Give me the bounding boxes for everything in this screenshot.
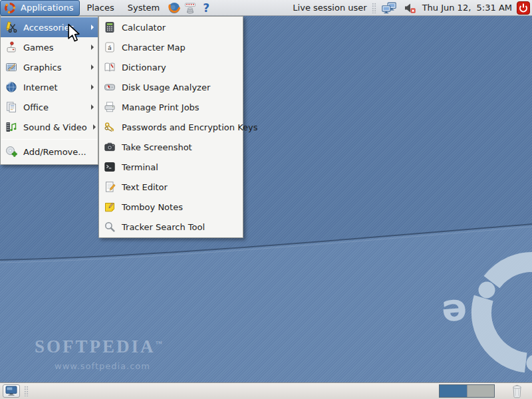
- submenu-item-dictionary[interactable]: Dictionary: [99, 57, 243, 77]
- menu-item-label: Tomboy Notes: [122, 202, 239, 212]
- submenu-item-text-editor[interactable]: Text Editor: [99, 177, 243, 197]
- menu-item-label: Office: [23, 102, 85, 112]
- submenu-item-tomboy-notes[interactable]: Tomboy Notes: [99, 197, 243, 217]
- submenu-arrow-icon: [91, 104, 94, 110]
- submenu-arrow-icon: [93, 124, 96, 130]
- power-button[interactable]: [517, 1, 530, 15]
- trademark-symbol: ™: [156, 340, 164, 347]
- menu-item-games[interactable]: Games: [1, 37, 98, 57]
- softpedia-url-text: www.softpedia.com: [55, 361, 164, 371]
- softpedia-watermark: SOFTPEDIA™ www.softpedia.com: [35, 336, 164, 371]
- menu-item-office[interactable]: Office: [1, 97, 98, 117]
- svg-text:á: á: [108, 44, 112, 51]
- network-monitor-applet[interactable]: [381, 0, 397, 16]
- volume-applet[interactable]: [402, 0, 418, 16]
- printer-icon: [104, 101, 116, 113]
- graphics-icon: [5, 61, 17, 73]
- spring-toy-icon: [184, 1, 197, 15]
- dictionary-icon: [104, 61, 116, 73]
- menu-item-label: Graphics: [23, 63, 85, 72]
- workspace-switcher[interactable]: [439, 384, 495, 398]
- submenu-item-character-map[interactable]: á Character Map: [99, 37, 243, 57]
- help-launcher-button[interactable]: ?: [198, 0, 214, 16]
- bottom-panel: [0, 382, 532, 399]
- workspace-2[interactable]: [467, 385, 495, 397]
- network-icon: [381, 1, 397, 15]
- softpedia-brand-text: SOFTPEDIA: [35, 336, 156, 356]
- submenu-arrow-icon: [91, 25, 94, 30]
- show-desktop-button[interactable]: [3, 384, 20, 398]
- tomboy-note-icon: [104, 201, 116, 213]
- menu-item-label: Tracker Search Tool: [122, 222, 239, 232]
- menu-item-label: Take Screenshot: [122, 142, 239, 152]
- system-menu-button[interactable]: System: [121, 0, 166, 16]
- submenu-item-terminal[interactable]: Terminal: [99, 157, 243, 177]
- trash-applet[interactable]: [511, 384, 523, 399]
- menu-item-label: Sound & Video: [23, 122, 87, 132]
- accessories-icon: [5, 21, 17, 33]
- add-remove-icon: [5, 146, 17, 158]
- spring-toy-launcher-button[interactable]: [182, 0, 198, 16]
- menu-item-label: Terminal: [122, 162, 239, 172]
- applications-menu-button[interactable]: Applications: [0, 0, 80, 16]
- character-map-icon: á: [104, 41, 116, 53]
- sound-video-icon: [5, 121, 17, 133]
- menu-item-accessories[interactable]: Accessories: [1, 17, 98, 37]
- menu-item-add-remove[interactable]: Add/Remove...: [1, 142, 98, 162]
- firefox-icon: [168, 1, 181, 15]
- submenu-item-passwords-encryption-keys[interactable]: Passwords and Encryption Keys: [99, 117, 243, 137]
- places-menu-label: Places: [86, 3, 114, 13]
- applications-menu: Accessories Games: [0, 16, 98, 165]
- accessories-submenu: Calculator á Character Map Dictionary: [98, 16, 243, 238]
- submenu-item-manage-print-jobs[interactable]: Manage Print Jobs: [99, 97, 243, 117]
- ubuntu-wordmark-letter: ə: [440, 285, 468, 330]
- mouse-cursor: [67, 23, 80, 43]
- submenu-item-tracker-search-tool[interactable]: Tracker Search Tool: [99, 217, 243, 237]
- menu-item-label: Passwords and Encryption Keys: [122, 122, 257, 132]
- volume-muted-icon: [403, 1, 416, 15]
- menu-item-label: Dictionary: [122, 63, 239, 72]
- keys-icon: [104, 121, 116, 133]
- menu-separator: [1, 139, 97, 140]
- panel-right-cluster: Live session user: [293, 0, 532, 16]
- submenu-arrow-icon: [91, 65, 94, 70]
- submenu-item-calculator[interactable]: Calculator: [99, 17, 243, 37]
- submenu-arrow-icon: [91, 84, 94, 90]
- internet-icon: [5, 81, 17, 93]
- firefox-launcher-button[interactable]: [166, 0, 182, 16]
- menu-item-label: Text Editor: [122, 182, 239, 192]
- ubuntu-logo-icon: [3, 0, 17, 16]
- submenu-item-disk-usage-analyzer[interactable]: Disk Usage Analyzer: [99, 77, 243, 97]
- calculator-icon: [104, 21, 116, 33]
- applications-menu-label: Applications: [21, 3, 73, 13]
- session-user-label: Live session user: [293, 3, 366, 13]
- terminal-icon: [104, 161, 116, 173]
- camera-icon: [104, 141, 116, 153]
- menu-item-label: Add/Remove...: [23, 147, 94, 157]
- power-icon: [517, 1, 530, 15]
- menu-item-label: Manage Print Jobs: [122, 102, 239, 112]
- menu-item-label: Games: [23, 43, 85, 53]
- menu-item-internet[interactable]: Internet: [1, 77, 98, 97]
- submenu-item-take-screenshot[interactable]: Take Screenshot: [99, 137, 243, 157]
- help-icon: ?: [203, 1, 209, 15]
- menu-item-label: Character Map: [122, 43, 239, 53]
- clock-applet[interactable]: Thu Jun 12, 5:31 AM: [422, 3, 512, 13]
- applet-handle[interactable]: [24, 386, 29, 396]
- games-icon: [5, 41, 17, 53]
- applet-handle[interactable]: [372, 3, 376, 13]
- menu-item-label: Disk Usage Analyzer: [122, 82, 239, 92]
- menu-item-sound-video[interactable]: Sound & Video: [1, 117, 98, 137]
- places-menu-button[interactable]: Places: [80, 0, 120, 16]
- office-icon: [5, 101, 17, 113]
- show-desktop-icon: [5, 386, 17, 396]
- menu-item-graphics[interactable]: Graphics: [1, 57, 98, 77]
- top-panel: Applications Places System: [0, 0, 532, 16]
- system-menu-label: System: [128, 3, 160, 13]
- submenu-arrow-icon: [91, 45, 94, 50]
- workspace-1[interactable]: [440, 385, 467, 397]
- ubuntu-desktop-screen: ə SOFTPEDIA™ www.softpedia.com Applicati…: [0, 0, 532, 399]
- menu-item-label: Internet: [23, 82, 85, 92]
- menu-item-label: Calculator: [122, 23, 239, 33]
- magnifier-icon: [104, 221, 116, 233]
